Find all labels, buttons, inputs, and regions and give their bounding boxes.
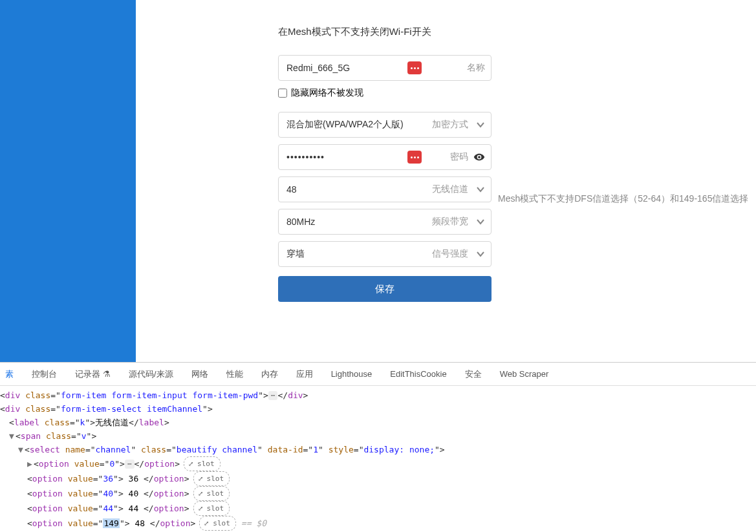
hide-network-label: 隐藏网络不被发现 [291,87,363,99]
devtools-tab[interactable]: Lighthouse [330,369,374,379]
mesh-notice: 在Mesh模式下不支持关闭Wi-Fi开关 [278,26,756,38]
password-row: 密码 [278,144,491,170]
encryption-row[interactable]: 混合加密(WPA/WPA2个人版) 加密方式 [278,112,491,138]
bandwidth-row[interactable]: 80MHz 频段带宽 [278,209,491,235]
encryption-value: 混合加密(WPA/WPA2个人版) [278,112,491,138]
devtools-tab[interactable]: 内存 [260,368,279,380]
devtools-tab[interactable]: 控制台 [30,368,58,380]
bandwidth-value: 80MHz [278,209,491,235]
devtools-tabs: 素控制台记录器⚗源代码/来源网络性能内存应用LighthouseEditThis… [0,363,756,386]
devtools-tab[interactable]: 源代码/来源 [127,368,175,380]
wifi-name-input[interactable] [278,55,491,81]
devtools-tab[interactable]: 记录器⚗ [74,368,112,380]
hide-network-row: 隐藏网络不被发现 [278,87,491,99]
hide-network-checkbox[interactable] [278,89,287,98]
wifi-name-row: 名称 [278,55,491,81]
signal-value: 穿墙 [278,241,491,267]
devtools-panel: 素控制台记录器⚗源代码/来源网络性能内存应用LighthouseEditThis… [0,362,756,532]
devtools-tab[interactable]: 安全 [464,368,483,380]
devtools-tab[interactable]: Web Scraper [499,369,550,379]
eye-icon[interactable] [473,151,485,163]
devtools-tab[interactable]: 应用 [295,368,314,380]
saved-badge-icon [407,61,422,74]
devtools-tab[interactable]: EditThisCookie [389,369,448,379]
channel-side-note: Mesh模式下不支持DFS信道选择（52-64）和149-165信道选择 [498,193,748,205]
channel-row[interactable]: 48 无线信道 [278,176,491,202]
main-content: 在Mesh模式下不支持关闭Wi-Fi开关 名称 隐藏网络不被发现 混合加密(WP… [136,0,756,362]
signal-row[interactable]: 穿墙 信号强度 [278,241,491,267]
password-input[interactable] [278,144,491,170]
devtools-elements-panel[interactable]: <div class="form-item form-item-input fo… [0,386,756,532]
sidebar [0,0,136,362]
password-badge-icon [407,151,422,164]
devtools-tab[interactable]: 素 [4,368,15,380]
channel-value: 48 [278,176,491,202]
devtools-tab[interactable]: 网络 [190,368,210,380]
save-button[interactable]: 保存 [278,276,491,302]
devtools-tab[interactable]: 性能 [225,368,244,380]
